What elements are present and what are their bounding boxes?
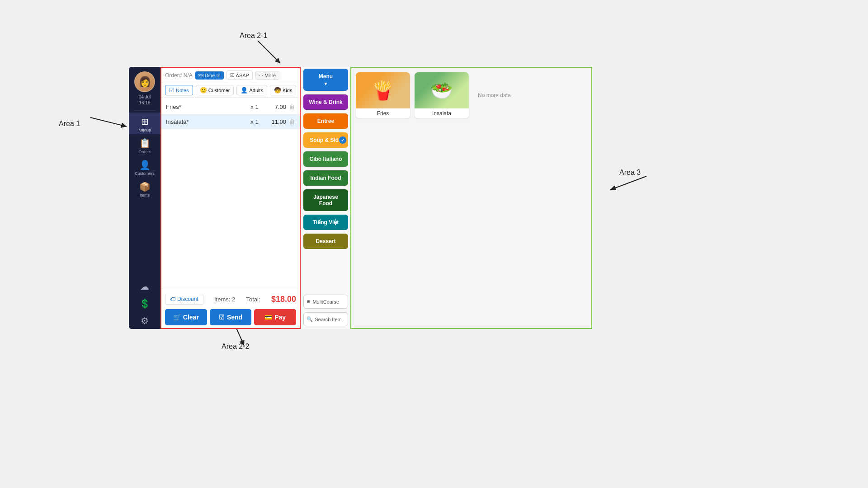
item-price-insalata: 11.00 bbox=[264, 118, 286, 125]
sidebar-orders-label: Orders bbox=[138, 150, 151, 154]
search-icon: 🔍 bbox=[307, 316, 313, 322]
search-item-button[interactable]: 🔍 Search Item bbox=[303, 312, 348, 326]
entree-label: Entree bbox=[317, 118, 334, 124]
order-number: Order# N/A bbox=[165, 72, 193, 79]
order-tabs: ☑ Notes 🙂 Customer 👤 Adults 🧒 Kids bbox=[161, 83, 300, 98]
notes-tab[interactable]: ☑ Notes bbox=[165, 85, 193, 95]
area1-label: Area 1 bbox=[59, 120, 80, 128]
sidebar-item-customers[interactable]: 👤 Customers bbox=[129, 156, 160, 178]
multi-course-button[interactable]: ⊕ MulitCourse bbox=[303, 295, 348, 309]
asap-button[interactable]: ☑ ASAP bbox=[226, 70, 253, 80]
more-icon: ··· bbox=[259, 73, 263, 78]
sidebar-date: 04 Jul 16:18 bbox=[139, 94, 151, 106]
main-container: Area 1 Area 2-1 Area 2-2 Area 3 👩 bbox=[0, 0, 868, 488]
sidebar-menus-label: Menus bbox=[138, 128, 151, 132]
cloud-icon: ☁ bbox=[140, 281, 149, 292]
insalata-image: 🥗 bbox=[415, 72, 469, 108]
menu-category-cibo[interactable]: Cibo Italiano bbox=[303, 151, 348, 167]
no-more-data-label: No more data bbox=[478, 92, 511, 99]
table-row[interactable]: Insalata* x 1 11.00 🗑 bbox=[161, 114, 300, 129]
action-buttons: 🛒 Clear ☑ Send 💳 Pay bbox=[165, 309, 296, 325]
area3-label: Area 3 bbox=[619, 169, 641, 177]
discount-button[interactable]: 🏷 Discount bbox=[165, 294, 203, 305]
send-icon: ☑ bbox=[219, 314, 225, 321]
list-item[interactable]: 🥗 Insalata bbox=[415, 72, 469, 118]
sidebar-item-payment[interactable]: 💲 bbox=[139, 295, 151, 312]
sidebar-item-settings[interactable]: ⚙ bbox=[139, 312, 151, 329]
fries-image: 🍟 bbox=[356, 72, 410, 108]
menu-category-japanese[interactable]: Japanese Food bbox=[303, 189, 348, 211]
wine-label: Wine & Drink bbox=[309, 99, 343, 105]
menu-category-dessert[interactable]: Dessert bbox=[303, 234, 348, 249]
more-button[interactable]: ··· More bbox=[255, 71, 279, 80]
dine-in-button[interactable]: 🍽 Dine In bbox=[195, 71, 224, 80]
items-icon: 📦 bbox=[139, 181, 151, 192]
customers-icon: 👤 bbox=[139, 160, 151, 170]
delete-insalata-button[interactable]: 🗑 bbox=[289, 118, 295, 125]
japanese-label: Japanese Food bbox=[306, 194, 345, 206]
sidebar-bottom: ☁ 💲 ⚙ bbox=[139, 277, 151, 329]
menu-category-entree[interactable]: Entree bbox=[303, 113, 348, 129]
pay-button[interactable]: 💳 Pay bbox=[254, 309, 296, 325]
sidebar: 👩 04 Jul 16:18 ⊞ Menus 📋 Orders 👤 Custom… bbox=[129, 67, 160, 329]
clear-icon: 🛒 bbox=[173, 314, 181, 321]
item-price-fries: 7.00 bbox=[264, 103, 286, 110]
soup-label: Soup & Side bbox=[310, 137, 342, 143]
delete-fries-button[interactable]: 🗑 bbox=[289, 103, 295, 110]
order-items-list: Fries* x 1 7.00 🗑 Insalata* x 1 11.00 🗑 bbox=[161, 98, 300, 289]
sidebar-item-menus[interactable]: ⊞ Menus bbox=[129, 113, 160, 134]
kids-tab[interactable]: 🧒 Kids bbox=[270, 85, 296, 95]
total-label: Total: bbox=[246, 296, 260, 303]
insalata-card-name: Insalata bbox=[429, 108, 454, 118]
discount-icon: 🏷 bbox=[170, 296, 175, 302]
sidebar-items-label: Items bbox=[140, 193, 150, 197]
adults-tab[interactable]: 👤 Adults bbox=[236, 85, 267, 95]
menu-category-menu[interactable]: Menu ▼ bbox=[303, 69, 348, 91]
customer-tab[interactable]: 🙂 Customer bbox=[196, 85, 234, 95]
area21-label: Area 2-1 bbox=[240, 32, 267, 40]
pos-wrapper: 👩 04 Jul 16:18 ⊞ Menus 📋 Orders 👤 Custom… bbox=[129, 67, 592, 329]
menus-icon: ⊞ bbox=[141, 116, 149, 127]
adults-icon: 👤 bbox=[241, 87, 248, 94]
sidebar-item-orders[interactable]: 📋 Orders bbox=[129, 134, 160, 156]
cibo-label: Cibo Italiano bbox=[310, 156, 342, 162]
sidebar-item-cloud[interactable]: ☁ bbox=[139, 277, 151, 295]
clear-button[interactable]: 🛒 Clear bbox=[165, 309, 207, 325]
total-price: $18.00 bbox=[271, 295, 296, 304]
menu-category-indian[interactable]: Indian Food bbox=[303, 170, 348, 186]
dine-in-icon: 🍽 bbox=[198, 73, 203, 78]
svg-line-0 bbox=[258, 41, 280, 63]
notes-icon: ☑ bbox=[169, 87, 175, 94]
plus-icon: ⊕ bbox=[307, 299, 311, 305]
table-row[interactable]: Fries* x 1 7.00 🗑 bbox=[161, 99, 300, 114]
order-summary: 🏷 Discount Items: 2 Total: $18.00 bbox=[165, 292, 296, 306]
list-item[interactable]: 🍟 Fries bbox=[356, 72, 410, 118]
order-footer: 🏷 Discount Items: 2 Total: $18.00 🛒 Clea… bbox=[161, 289, 300, 328]
order-header: Order# N/A 🍽 Dine In ☑ ASAP ··· More bbox=[161, 68, 300, 83]
item-qty-fries: x 1 bbox=[245, 103, 264, 110]
svg-line-3 bbox=[610, 176, 646, 190]
customer-tab-icon: 🙂 bbox=[200, 87, 207, 94]
payment-icon: 💲 bbox=[139, 298, 151, 309]
multi-course-label: MulitCourse bbox=[312, 299, 339, 305]
sidebar-item-items[interactable]: 📦 Items bbox=[129, 178, 160, 199]
asap-icon: ☑ bbox=[230, 72, 235, 78]
indian-label: Indian Food bbox=[311, 175, 341, 181]
soup-check-icon: ✓ bbox=[339, 136, 346, 144]
menu-category-wine[interactable]: Wine & Drink bbox=[303, 94, 348, 110]
items-panel: 🍟 Fries 🥗 Insalata No more data bbox=[350, 67, 592, 329]
sidebar-divider bbox=[133, 110, 156, 111]
items-grid: 🍟 Fries 🥗 Insalata No more data bbox=[356, 72, 587, 118]
item-name-insalata: Insalata* bbox=[166, 118, 245, 125]
tieng-viet-label: Tiếng Việt bbox=[313, 219, 339, 225]
dessert-label: Dessert bbox=[316, 238, 335, 244]
menu-category-tieng-viet[interactable]: Tiếng Việt bbox=[303, 215, 348, 230]
item-qty-insalata: x 1 bbox=[245, 118, 264, 125]
menu-category-soup[interactable]: Soup & Side ✓ bbox=[303, 132, 348, 148]
avatar: 👩 bbox=[134, 71, 155, 92]
kids-icon: 🧒 bbox=[274, 87, 281, 94]
area22-label: Area 2-2 bbox=[222, 343, 249, 351]
items-count: Items: 2 bbox=[214, 296, 235, 303]
send-button[interactable]: ☑ Send bbox=[210, 309, 252, 325]
settings-icon: ⚙ bbox=[141, 315, 149, 326]
